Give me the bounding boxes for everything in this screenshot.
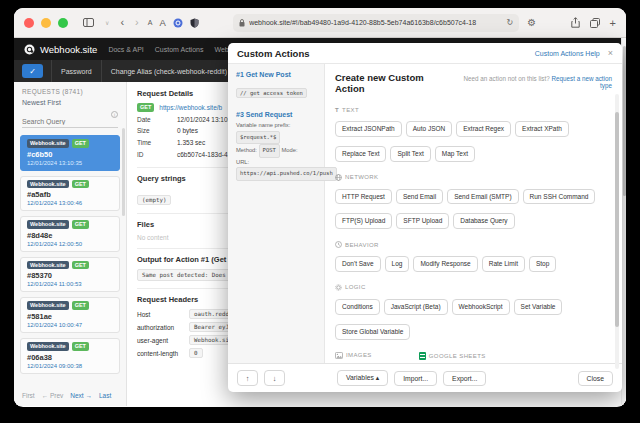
action-conditions[interactable]: Conditions: [335, 299, 380, 315]
close-window-button[interactable]: [24, 18, 34, 28]
clock-icon: [335, 241, 342, 248]
action-extract-jsonpath[interactable]: Extract JSONPath: [335, 121, 402, 137]
site-logo[interactable]: Webhook.site: [24, 44, 97, 55]
sort-order-link[interactable]: Newest First: [22, 99, 118, 106]
change-alias-button[interactable]: Change Alias (check-webhook-reddit): [101, 60, 236, 82]
header-name: Host: [137, 311, 189, 318]
action-auto-json[interactable]: Auto JSON: [406, 121, 453, 137]
action-rate-limit[interactable]: Rate Limit: [482, 256, 525, 272]
custom-actions-modal: Custom Actions Custom Actions Help × #1 …: [228, 43, 622, 392]
request-url-link[interactable]: https://webhook.site/b: [159, 104, 222, 111]
action-sftp-upload[interactable]: SFTP Upload: [396, 213, 449, 229]
query-strings-value: (empty): [137, 195, 171, 205]
pagination-last[interactable]: Last: [99, 392, 111, 399]
request-item[interactable]: Webhook.site GET #8d48e 12/01/2024 12:00…: [20, 216, 120, 252]
action-dont-save[interactable]: Don't Save: [335, 256, 381, 272]
password-button[interactable]: Password: [51, 60, 101, 82]
action-split-text[interactable]: Split Text: [390, 146, 430, 162]
custom-actions-help-link[interactable]: Custom Actions Help: [535, 50, 600, 57]
close-icon[interactable]: ×: [608, 48, 613, 58]
move-down-button[interactable]: ↓: [264, 370, 285, 386]
page-scrollbar-thumb[interactable]: [623, 46, 626, 196]
pagination-first[interactable]: First: [22, 392, 35, 399]
action-name-link[interactable]: #1 Get New Post: [236, 71, 316, 78]
action-run-ssh-command[interactable]: Run SSH Command: [523, 189, 596, 205]
request-id: #a5afb: [27, 190, 113, 199]
gear-icon[interactable]: ⚙: [527, 17, 536, 28]
action-name-link[interactable]: #3 Send Request: [236, 111, 316, 118]
request-item[interactable]: Webhook.site GET #c6b50 12/01/2024 13:10…: [20, 135, 120, 171]
action-modify-response[interactable]: Modify Response: [413, 256, 477, 272]
new-tab-button[interactable]: +: [610, 17, 616, 29]
nav-custom-actions[interactable]: Custom Actions: [155, 46, 204, 53]
browser-window: ∨ ‹ › A A webhook.site/#!/bab49480-1a9d-…: [14, 8, 626, 407]
chevron-down-icon[interactable]: ∨: [103, 19, 111, 27]
text-smaller-button[interactable]: A: [148, 19, 153, 26]
reload-icon[interactable]: ↻: [506, 18, 513, 27]
request-item[interactable]: Webhook.site GET #a5afb 12/01/2024 13:00…: [20, 176, 120, 212]
method-value: POST: [259, 144, 280, 157]
action-ftps-upload[interactable]: FTP(S) Upload: [335, 213, 392, 229]
move-up-button[interactable]: ↑: [237, 370, 258, 386]
action-javascript-beta[interactable]: JavaScript (Beta): [384, 299, 448, 315]
action-http-request[interactable]: HTTP Request: [335, 189, 392, 205]
request-item[interactable]: Webhook.site GET #06a38 12/01/2024 09:00…: [20, 338, 120, 374]
search-input[interactable]: [22, 116, 118, 128]
detail-label: ID: [137, 149, 177, 161]
share-icon[interactable]: [571, 17, 580, 28]
action-log[interactable]: Log: [385, 256, 410, 272]
pagination-prev[interactable]: ← Prev: [42, 392, 64, 399]
import-button[interactable]: Import...: [394, 371, 437, 386]
action-replace-text[interactable]: Replace Text: [335, 146, 386, 162]
header-name: authorization: [137, 324, 189, 331]
text-larger-button[interactable]: A: [159, 17, 165, 28]
browser-toolbar: ∨ ‹ › A A webhook.site/#!/bab49480-1a9d-…: [14, 8, 626, 38]
lock-icon: [239, 19, 245, 27]
action-store-global-variable[interactable]: Store Global Variable: [335, 324, 410, 340]
action-database-query[interactable]: Database Query: [453, 213, 514, 229]
back-button[interactable]: ‹: [118, 16, 126, 29]
extension-icon-1[interactable]: [173, 18, 183, 28]
pagination-next[interactable]: Next →: [70, 392, 92, 399]
minimize-window-button[interactable]: [41, 18, 51, 28]
request-date: 12/01/2024 12:00:50: [27, 241, 113, 247]
method-badge: GET: [72, 220, 89, 229]
modal-scrollbar-thumb[interactable]: [615, 112, 619, 327]
action-extract-xpath[interactable]: Extract XPath: [515, 121, 569, 137]
text-section-icon: T: [335, 107, 339, 113]
section-label: IMAGES: [346, 352, 372, 358]
action-extract-regex[interactable]: Extract Regex: [456, 121, 511, 137]
zoom-window-button[interactable]: [58, 18, 68, 28]
action-map-text[interactable]: Map Text: [435, 146, 475, 162]
caret-up-icon: ▴: [376, 374, 379, 381]
method-badge: GET: [72, 301, 89, 310]
section-label: GOOGLE SHEETS: [429, 353, 486, 359]
tab-overview-icon[interactable]: [590, 18, 600, 28]
queue-item[interactable]: #1 Get New Post // get access token: [236, 71, 316, 99]
sidebar-toggle-icon[interactable]: [81, 17, 96, 28]
address-bar[interactable]: webhook.site/#!/bab49480-1a9d-4120-88b5-…: [233, 14, 519, 32]
action-send-email[interactable]: Send Email: [396, 189, 443, 205]
nav-docs-api[interactable]: Docs & API: [108, 46, 143, 53]
action-send-email-smtp[interactable]: Send Email (SMTP): [447, 189, 518, 205]
export-button[interactable]: Export...: [443, 371, 486, 386]
queue-item[interactable]: #3 Send Request Variable name prefix: $r…: [236, 111, 316, 181]
request-action-type-link[interactable]: Request a new action type: [551, 75, 612, 89]
variables-dropdown[interactable]: Variables ▴: [337, 370, 388, 386]
edit-toggle-button[interactable]: ✓: [22, 64, 43, 78]
forward-button[interactable]: ›: [133, 16, 141, 29]
action-stop[interactable]: Stop: [529, 256, 556, 272]
sidebar-scrollbar[interactable]: [122, 128, 125, 216]
action-set-variable[interactable]: Set Variable: [514, 299, 563, 315]
request-item[interactable]: Webhook.site GET #581ae 12/01/2024 10:00…: [20, 297, 120, 333]
request-item[interactable]: Webhook.site GET #85370 12/01/2024 11:00…: [20, 257, 120, 293]
close-button[interactable]: Close: [578, 371, 613, 386]
section-label: LOGIC: [345, 284, 366, 290]
request-date: 12/01/2024 10:00:47: [27, 322, 113, 328]
url-label: URL:: [236, 159, 249, 165]
modal-scrollbar[interactable]: [615, 94, 619, 369]
action-webhookscript[interactable]: WebhookScript: [452, 299, 510, 315]
extension-icon-2[interactable]: [190, 18, 199, 28]
detail-value: 1.353 sec: [177, 137, 205, 149]
action-code-snippet: // get access token: [236, 88, 307, 98]
